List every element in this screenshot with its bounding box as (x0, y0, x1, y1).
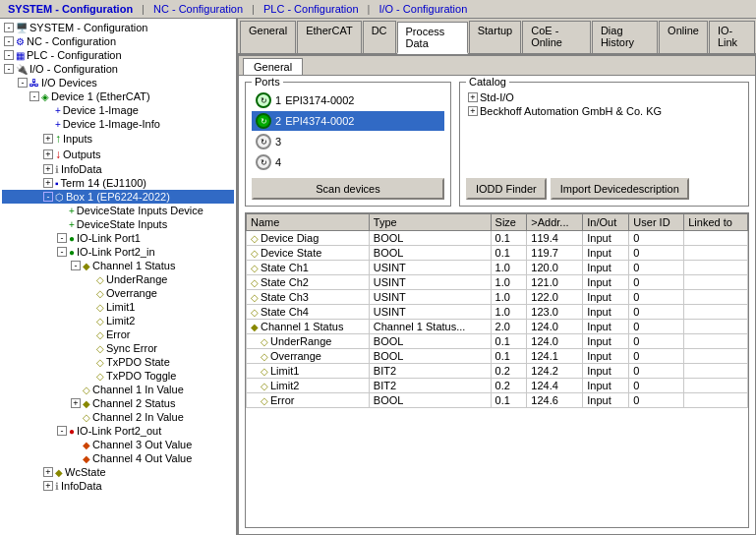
cell-linked (684, 379, 748, 393)
tree-item-iolink-port1[interactable]: - ● IO-Link Port1 (2, 231, 234, 245)
menu-plc[interactable]: PLC - Configuration (258, 1, 365, 17)
expand-iolink-port1[interactable]: - (57, 233, 67, 243)
expand-inputs[interactable]: + (43, 134, 53, 144)
scan-devices-button[interactable]: Scan devices (252, 178, 444, 200)
menu-nc[interactable]: NC - Configuration (147, 1, 249, 17)
iodd-finder-button[interactable]: IODD Finder (466, 178, 547, 200)
tree-item-channel2-status[interactable]: + ◆ Channel 2 Status (2, 396, 234, 410)
tree-item-ch2-invalue[interactable]: ◇ Channel 2 In Value (2, 410, 234, 424)
cell-addr: 124.4 (527, 379, 583, 393)
tab-process-data[interactable]: Process Data (397, 22, 468, 54)
tab-online[interactable]: Online (659, 21, 708, 53)
tab-general[interactable]: General (240, 21, 296, 53)
tree-item-system[interactable]: - 🖥️ SYSTEM - Configuration (2, 21, 234, 34)
expand-wcstate[interactable]: + (43, 467, 53, 477)
menu-system[interactable]: SYSTEM - Configuration (2, 1, 139, 17)
tree-item-ch4-outvalue[interactable]: ◆ Channel 4 Out Value (2, 451, 234, 465)
table-row[interactable]: ◇State Ch4 USINT 1.0 123.0 Input 0 (247, 305, 748, 320)
tab-io-link[interactable]: IO-Link (709, 21, 755, 53)
tree-item-overrange[interactable]: ◇ Overrange (2, 286, 234, 300)
tree-item-limit2[interactable]: ◇ Limit2 (2, 314, 234, 327)
tree-item-iolink-port2out[interactable]: - ● IO-Link Port2_out (2, 424, 234, 438)
table-scroll[interactable]: Name Type Size >Addr... In/Out User ID L… (246, 213, 748, 527)
table-row[interactable]: ◇Limit1 BIT2 0.2 124.2 Input 0 (247, 364, 748, 379)
expand-term14[interactable]: + (43, 178, 53, 188)
inner-tab-general[interactable]: General (243, 58, 303, 75)
tree-item-wcstate[interactable]: + ◆ WcState (2, 465, 234, 479)
tree-item-devicestate-inputs[interactable]: + DeviceState Inputs (2, 217, 234, 231)
expand-plc[interactable]: - (4, 50, 14, 60)
cell-addr: 123.0 (527, 305, 583, 320)
tree-item-limit1[interactable]: ◇ Limit1 (2, 300, 234, 314)
tree-item-ch3-outvalue[interactable]: ◆ Channel 3 Out Value (2, 438, 234, 451)
tree-item-underrange[interactable]: ◇ UnderRange (2, 272, 234, 286)
tree-label-infodata1: InfoData (61, 163, 102, 175)
table-row[interactable]: ◇Error BOOL 0.1 124.6 Input 0 (247, 393, 748, 408)
expand-system[interactable]: - (4, 23, 14, 32)
expand-std-io[interactable]: + (468, 92, 478, 102)
tree-item-box1[interactable]: - ⬡ Box 1 (EP6224-2022) (2, 190, 234, 204)
row-icon: ◇ (251, 248, 259, 259)
tree-item-outputs[interactable]: + ↓ Outputs (2, 147, 234, 162)
table-row[interactable]: ◇State Ch2 USINT 1.0 121.0 Input 0 (247, 275, 748, 290)
row-icon: ◇ (251, 277, 259, 288)
tree-item-infodata1[interactable]: + ℹ InfoData (2, 162, 234, 176)
tree-item-channel1-status[interactable]: - ◆ Channel 1 Status (2, 259, 234, 272)
expand-iolink-port2in[interactable]: - (57, 247, 67, 257)
expand-io-devices[interactable]: - (18, 78, 28, 88)
expand-box1[interactable]: - (43, 192, 53, 202)
cell-userid: 0 (629, 305, 684, 320)
table-row[interactable]: ◇Limit2 BIT2 0.2 124.4 Input 0 (247, 379, 748, 393)
port-item-4[interactable]: ↻ 4 (252, 152, 444, 172)
table-row[interactable]: ◆Channel 1 Status Channel 1 Status... 2.… (247, 320, 748, 334)
tree-item-plc[interactable]: - ▦ PLC - Configuration (2, 48, 234, 62)
tree-item-iolink-port2in[interactable]: - ● IO-Link Port2_in (2, 245, 234, 259)
tree-item-device1-image-info[interactable]: + Device 1-Image-Info (2, 117, 234, 131)
import-devicedescription-button[interactable]: Import Devicedescription (551, 178, 689, 200)
tab-dc[interactable]: DC (363, 21, 396, 53)
table-row[interactable]: ◇UnderRange BOOL 0.1 124.0 Input 0 (247, 334, 748, 349)
table-row[interactable]: ◇State Ch3 USINT 1.0 122.0 Input 0 (247, 290, 748, 305)
tab-coe-online[interactable]: CoE - Online (522, 21, 591, 53)
tree-item-txpdo-toggle[interactable]: ◇ TxPDO Toggle (2, 369, 234, 383)
tree-item-ch1-invalue[interactable]: ◇ Channel 1 In Value (2, 383, 234, 396)
tree-item-txpdo-state[interactable]: ◇ TxPDO State (2, 355, 234, 369)
port-item-2[interactable]: ↻ 2 EPI4374-0002 (252, 111, 444, 131)
tree-item-syncerror[interactable]: ◇ Sync Error (2, 341, 234, 355)
tree-item-device1[interactable]: - ◈ Device 1 (EtherCAT) (2, 89, 234, 103)
expand-device1[interactable]: - (29, 91, 39, 101)
expand-nc[interactable]: - (4, 36, 14, 46)
tree-item-infodata2[interactable]: + ℹ InfoData (2, 479, 234, 493)
tab-ethercat[interactable]: EtherCAT (297, 21, 361, 53)
expand-outputs[interactable]: + (43, 149, 53, 159)
menu-io[interactable]: I/O - Configuration (373, 1, 473, 17)
port-item-1[interactable]: ↻ 1 EPI3174-0002 (252, 90, 444, 110)
tree-item-io[interactable]: - 🔌 I/O - Configuration (2, 62, 234, 76)
tree-item-term14[interactable]: + ▪ Term 14 (EJ1100) (2, 176, 234, 190)
table-row[interactable]: ◇State Ch1 USINT 1.0 120.0 Input 0 (247, 261, 748, 275)
tab-diag-history[interactable]: Diag History (592, 21, 658, 53)
tree-item-inputs[interactable]: + ↑ Inputs (2, 131, 234, 147)
port-item-3[interactable]: ↻ 3 (252, 132, 444, 151)
nc-icon: ⚙ (16, 36, 25, 47)
tree-item-devicestate-inputs-device[interactable]: + DeviceState Inputs Device (2, 204, 234, 217)
tree-item-nc[interactable]: - ⚙ NC - Configuration (2, 34, 234, 48)
expand-infodata1[interactable]: + (43, 164, 53, 174)
tree-item-device1-image[interactable]: + Device 1-Image (2, 103, 234, 117)
expand-beckhoff[interactable]: + (468, 106, 478, 116)
expand-io[interactable]: - (4, 64, 14, 74)
expand-channel1-status[interactable]: - (71, 261, 81, 270)
dsi-device-icon: + (69, 206, 75, 216)
table-row[interactable]: ◇Device Diag BOOL 0.1 119.4 Input 0 (247, 231, 748, 246)
table-row[interactable]: ◇Device State BOOL 0.1 119.7 Input 0 (247, 246, 748, 261)
catalog-item-beckhoff[interactable]: + Beckhoff Automation GmbH & Co. KG (466, 104, 742, 118)
tab-startup[interactable]: Startup (469, 21, 521, 53)
table-row[interactable]: ◇Overrange BOOL 0.1 124.1 Input 0 (247, 349, 748, 364)
tree-item-io-devices[interactable]: - 🖧 I/O Devices (2, 76, 234, 89)
tree-item-error[interactable]: ◇ Error (2, 327, 234, 341)
expand-iolink-port2out[interactable]: - (57, 426, 67, 436)
expand-channel2-status[interactable]: + (71, 398, 81, 408)
cell-type: BOOL (369, 246, 491, 261)
expand-infodata2[interactable]: + (43, 481, 53, 491)
catalog-item-std[interactable]: + Std-I/O (466, 90, 742, 104)
